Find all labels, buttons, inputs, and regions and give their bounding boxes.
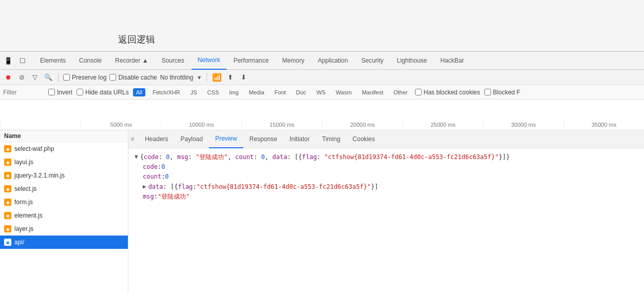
tab-performance[interactable]: Performance <box>228 52 275 70</box>
blocked-label[interactable]: Blocked F <box>484 89 520 96</box>
preview-count-line: count : 0 <box>135 172 638 182</box>
expand-arrow-root[interactable]: ▼ <box>135 152 138 162</box>
tab-security[interactable]: Security <box>355 52 389 70</box>
file-name-form: form.js <box>14 199 33 206</box>
expand-arrow-data[interactable]: ▶ <box>143 182 146 191</box>
preview-summary-line: ▼ {code: 0, msg: "登陆成功", count: 0, data:… <box>135 152 638 162</box>
blocked-checkbox[interactable] <box>484 89 491 95</box>
msg-colon: : <box>154 192 158 202</box>
tick-7: 35000 ms <box>563 120 644 128</box>
file-item-select-waf[interactable]: ■ select-waf.php <box>0 142 128 155</box>
hide-data-urls-label[interactable]: Hide data URLs <box>77 89 129 96</box>
filter-type-manifest[interactable]: Manifest <box>359 88 387 96</box>
detail-close-btn[interactable]: × <box>130 135 135 143</box>
code-value: 0 <box>161 162 165 172</box>
tick-0 <box>0 120 81 128</box>
file-name-select: select.js <box>14 185 36 192</box>
file-item-jquery[interactable]: ■ jquery-3.2.1.min.js <box>0 169 128 182</box>
msg-value: "登陆成功" <box>158 192 190 202</box>
file-item-select[interactable]: ■ select.js <box>0 182 128 196</box>
stop-btn[interactable]: ⊘ <box>16 72 27 83</box>
preserve-log-label[interactable]: Preserve log <box>63 74 106 81</box>
file-name-layer: layer.js <box>14 225 33 232</box>
search-btn[interactable]: 🔍 <box>43 72 53 83</box>
has-blocked-cookies-checkbox[interactable] <box>415 89 422 95</box>
invert-text: Invert <box>57 89 72 96</box>
detail-tab-bar: × Headers Payload Preview Response Initi… <box>128 130 644 148</box>
preview-code-line: code : 0 <box>135 162 638 172</box>
detail-tab-timing[interactable]: Timing <box>316 130 347 148</box>
file-item-form[interactable]: ■ form.js <box>0 196 128 209</box>
main-area: Name ■ select-waf.php ■ layui.js ■ jquer… <box>0 130 644 293</box>
tab-lighthouse[interactable]: Lighthouse <box>391 52 433 70</box>
filter-type-img[interactable]: Img <box>226 88 241 96</box>
file-item-layui[interactable]: ■ layui.js <box>0 155 128 169</box>
tab-recorder[interactable]: Recorder ▲ <box>109 52 155 70</box>
toolbar-sep-1 <box>58 73 59 82</box>
file-item-layer[interactable]: ■ layer.js <box>0 222 128 236</box>
devtools-panel: 📱 ☐ Elements Console Recorder ▲ Sources … <box>0 51 644 293</box>
file-item-element[interactable]: ■ element.js <box>0 209 128 222</box>
detail-tab-payload[interactable]: Payload <box>175 130 209 148</box>
network-toolbar: ⏺ ⊘ ▽ 🔍 Preserve log Disable cache No th… <box>0 70 644 85</box>
preview-content: ▼ {code: 0, msg: "登陆成功", count: 0, data:… <box>128 148 644 293</box>
tab-hackbar[interactable]: HackBar <box>434 52 470 70</box>
tick-4: 20000 ms <box>322 120 403 128</box>
tab-application[interactable]: Application <box>312 52 354 70</box>
preview-data-line: ▶ data : [{flag: "ctfshow{81d19374-fd61-… <box>135 182 638 192</box>
filter-type-all[interactable]: All <box>133 88 145 96</box>
tick-2: 10000 ms <box>161 120 242 128</box>
disable-cache-checkbox[interactable] <box>109 74 116 81</box>
download-icon[interactable]: ⬇ <box>238 72 249 83</box>
file-name-select-waf: select-waf.php <box>14 145 54 152</box>
filter-type-fetch-xhr[interactable]: Fetch/XHR <box>149 88 183 96</box>
record-btn[interactable]: ⏺ <box>3 72 13 83</box>
filter-input[interactable] <box>3 89 44 96</box>
filter-type-doc[interactable]: Doc <box>293 88 310 96</box>
file-name-api: api/ <box>14 239 24 246</box>
code-colon: : <box>158 162 161 172</box>
disable-cache-text: Disable cache <box>118 74 157 81</box>
disable-cache-label[interactable]: Disable cache <box>109 74 157 81</box>
detail-tab-headers[interactable]: Headers <box>139 130 174 148</box>
preserve-log-checkbox[interactable] <box>63 74 70 81</box>
file-icon-select: ■ <box>4 185 11 192</box>
file-name-jquery: jquery-3.2.1.min.js <box>14 172 65 179</box>
tab-memory[interactable]: Memory <box>276 52 310 70</box>
wifi-icon[interactable]: 📶 <box>212 72 222 83</box>
file-icon-form: ■ <box>4 199 11 206</box>
detail-tab-initiator[interactable]: Initiator <box>283 130 316 148</box>
has-blocked-cookies-label[interactable]: Has blocked cookies <box>415 89 480 96</box>
filter-btn-toolbar[interactable]: ▽ <box>30 72 40 83</box>
tab-elements[interactable]: Elements <box>34 52 72 70</box>
count-value: 0 <box>165 172 168 182</box>
data-key: data <box>148 182 163 192</box>
flag-value: "ctfshow{81d19374-fd61-4d0c-a553-fc21d6c… <box>197 182 371 192</box>
filter-type-ws[interactable]: WS <box>313 88 329 96</box>
device-icon[interactable]: ☐ <box>16 54 29 67</box>
upload-icon[interactable]: ⬆ <box>225 72 235 83</box>
tab-network[interactable]: Network <box>192 52 226 70</box>
file-name-element: element.js <box>14 212 43 219</box>
filter-type-other[interactable]: Other <box>390 88 411 96</box>
invert-label[interactable]: Invert <box>48 89 72 96</box>
invert-checkbox[interactable] <box>48 89 55 95</box>
tick-3: 15000 ms <box>241 120 322 128</box>
file-item-api[interactable]: ■ api/ <box>0 236 128 249</box>
preview-msg-line: msg : "登陆成功" <box>135 192 638 202</box>
hide-data-urls-checkbox[interactable] <box>77 89 83 95</box>
filter-type-css[interactable]: CSS <box>204 88 222 96</box>
tab-console[interactable]: Console <box>73 52 108 70</box>
detail-tab-response[interactable]: Response <box>243 130 283 148</box>
timeline-ruler: 5000 ms 10000 ms 15000 ms 20000 ms 25000… <box>0 120 644 128</box>
file-icon-element: ■ <box>4 212 11 219</box>
inspect-icon[interactable]: 📱 <box>2 54 14 67</box>
tick-1: 5000 ms <box>81 120 161 128</box>
filter-type-font[interactable]: Font <box>272 88 289 96</box>
detail-tab-cookies[interactable]: Cookies <box>347 130 381 148</box>
detail-tab-preview[interactable]: Preview <box>209 130 243 148</box>
filter-type-wasm[interactable]: Wasm <box>333 88 355 96</box>
tab-sources[interactable]: Sources <box>156 52 191 70</box>
filter-type-media[interactable]: Media <box>246 88 268 96</box>
filter-type-js[interactable]: JS <box>187 88 200 96</box>
